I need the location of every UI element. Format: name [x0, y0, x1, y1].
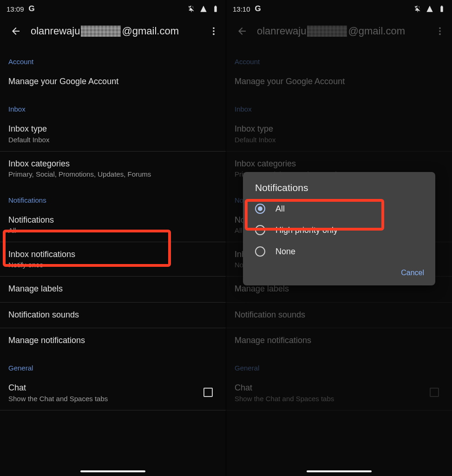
radio-option-none[interactable]: None — [243, 241, 435, 262]
status-bar: 13:09 G x — [0, 0, 226, 15]
inbox-categories-sub: Primary, Social, Promotions, Updates, Fo… — [8, 170, 217, 178]
radio-icon — [255, 204, 265, 214]
svg-text:x: x — [203, 6, 204, 8]
dialog-title: Notifications — [243, 182, 435, 198]
section-header-notifications: Notifications — [0, 186, 226, 208]
app-bar: olanrewaju@gmail.com — [0, 15, 226, 47]
notification-sounds-row[interactable]: Notification sounds — [0, 303, 226, 328]
nav-pill[interactable] — [80, 470, 145, 472]
section-header-account: Account — [0, 47, 226, 69]
cancel-button[interactable]: Cancel — [401, 269, 424, 277]
radio-option-high-priority[interactable]: High priority only — [243, 219, 435, 241]
inbox-type-row[interactable]: Inbox type Default Inbox — [0, 117, 226, 151]
redacted-text — [81, 26, 121, 37]
svg-point-1 — [213, 27, 215, 29]
inbox-notifications-title: Inbox notifications — [8, 249, 217, 260]
inbox-notifications-row[interactable]: Inbox notifications Notify once — [0, 242, 226, 277]
inbox-categories-title: Inbox categories — [8, 158, 217, 169]
manage-labels-label: Manage labels — [8, 283, 217, 294]
notifications-sub: All — [8, 226, 217, 234]
chat-title: Chat — [8, 382, 108, 393]
radio-option-all[interactable]: All — [243, 198, 435, 219]
section-header-general: General — [0, 354, 226, 376]
manage-account-row[interactable]: Manage your Google Account — [0, 69, 226, 95]
notifications-row[interactable]: Notifications All — [0, 208, 226, 242]
signal-icon: x — [200, 5, 207, 13]
inbox-categories-row[interactable]: Inbox categories Primary, Social, Promot… — [0, 152, 226, 186]
radio-icon — [255, 225, 265, 235]
inbox-type-sub: Default Inbox — [8, 136, 217, 144]
clock-time: 13:09 — [7, 5, 24, 13]
more-vert-icon — [209, 26, 219, 36]
section-header-inbox: Inbox — [0, 95, 226, 117]
google-icon: G — [29, 4, 35, 13]
radio-label: None — [275, 247, 295, 257]
inbox-notifications-sub: Notify once — [8, 261, 217, 269]
manage-notifications-row[interactable]: Manage notifications — [0, 328, 226, 354]
arrow-left-icon — [10, 26, 21, 37]
back-button[interactable] — [7, 23, 24, 40]
chat-sub: Show the Chat and Spaces tabs — [8, 395, 108, 403]
battery-icon — [212, 5, 219, 13]
inbox-type-title: Inbox type — [8, 123, 217, 134]
notifications-title: Notifications — [8, 214, 217, 225]
status-icons: x — [188, 5, 219, 13]
page-title: olanrewaju@gmail.com — [24, 25, 205, 37]
manage-labels-row[interactable]: Manage labels — [0, 277, 226, 302]
chat-checkbox[interactable] — [203, 388, 213, 397]
phone-left: 13:09 G x olanrewaju@gmail.com Account M… — [0, 0, 226, 476]
svg-point-3 — [213, 33, 215, 35]
radio-label: All — [275, 204, 285, 214]
overflow-menu-button[interactable] — [205, 23, 222, 40]
chat-row[interactable]: Chat Show the Chat and Spaces tabs — [0, 376, 226, 410]
svg-point-2 — [213, 30, 215, 32]
radio-icon — [255, 246, 265, 257]
manage-account-label: Manage your Google Account — [8, 76, 217, 87]
manage-notifications-label: Manage notifications — [8, 335, 217, 346]
notification-sounds-label: Notification sounds — [8, 309, 217, 320]
phone-right: 13:10 G olanrewaju@gmail.com Account Man… — [226, 0, 452, 476]
radio-label: High priority only — [275, 225, 338, 235]
dnd-off-icon — [188, 5, 195, 13]
notifications-dialog: Notifications All High priority only Non… — [243, 172, 435, 285]
